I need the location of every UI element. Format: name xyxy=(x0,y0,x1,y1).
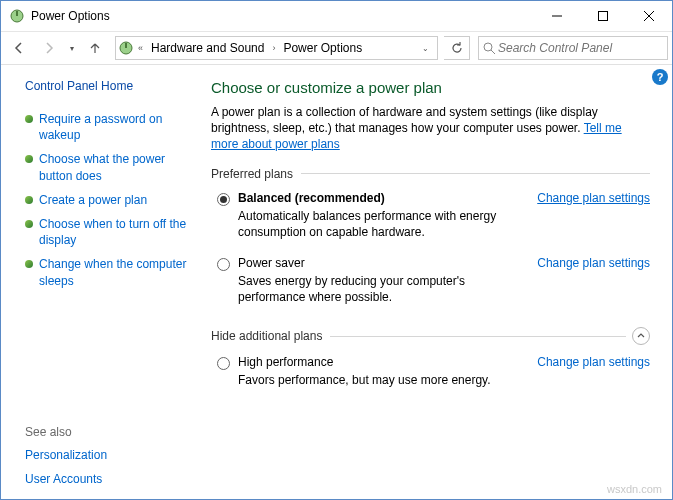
change-plan-settings-link[interactable]: Change plan settings xyxy=(537,191,650,240)
breadcrumb-item[interactable]: Hardware and Sound xyxy=(147,41,268,55)
body: Control Panel Home Require a password on… xyxy=(1,65,672,499)
change-plan-settings-link[interactable]: Change plan settings xyxy=(537,256,650,305)
preferred-plans-header: Preferred plans xyxy=(211,167,650,181)
plan-balanced: Balanced (recommended) Automatically bal… xyxy=(211,191,650,240)
minimize-button[interactable] xyxy=(534,1,580,31)
svg-rect-3 xyxy=(599,12,608,21)
collapse-icon[interactable] xyxy=(632,327,650,345)
up-button[interactable] xyxy=(81,34,109,62)
watermark: wsxdn.com xyxy=(607,483,662,495)
radio-power-saver[interactable] xyxy=(217,258,230,271)
plan-description: Automatically balances performance with … xyxy=(238,208,529,240)
page-heading: Choose or customize a power plan xyxy=(211,79,650,96)
breadcrumb-item[interactable]: Power Options xyxy=(279,41,366,55)
radio-balanced[interactable] xyxy=(217,193,230,206)
address-bar[interactable]: « Hardware and Sound › Power Options ⌄ xyxy=(115,36,438,60)
plan-high-performance: High performance Favors performance, but… xyxy=(211,355,650,388)
sidebar-link-power-button[interactable]: Choose what the power button does xyxy=(39,151,189,183)
bullet-icon xyxy=(25,196,33,204)
control-panel-home-link[interactable]: Control Panel Home xyxy=(25,79,189,93)
address-dropdown[interactable]: ⌄ xyxy=(416,44,435,53)
divider xyxy=(301,173,650,174)
refresh-button[interactable] xyxy=(444,36,470,60)
bullet-icon xyxy=(25,155,33,163)
back-button[interactable] xyxy=(5,34,33,62)
section-label: Preferred plans xyxy=(211,167,293,181)
forward-button[interactable] xyxy=(35,34,63,62)
close-button[interactable] xyxy=(626,1,672,31)
titlebar: Power Options xyxy=(1,1,672,31)
chevron-right-icon: › xyxy=(272,43,275,53)
page-description: A power plan is a collection of hardware… xyxy=(211,104,650,153)
sidebar: Control Panel Home Require a password on… xyxy=(1,65,201,499)
power-options-icon xyxy=(9,8,25,24)
maximize-button[interactable] xyxy=(580,1,626,31)
search-box[interactable] xyxy=(478,36,668,60)
main-content: ? Choose or customize a power plan A pow… xyxy=(201,65,672,499)
plan-power-saver: Power saver Saves energy by reducing you… xyxy=(211,256,650,305)
see-also-user-accounts[interactable]: User Accounts xyxy=(25,471,189,487)
section-label: Hide additional plans xyxy=(211,329,322,343)
sidebar-link-display-off[interactable]: Choose when to turn off the display xyxy=(39,216,189,248)
bullet-icon xyxy=(25,260,33,268)
search-input[interactable] xyxy=(496,40,663,56)
svg-rect-7 xyxy=(125,43,127,48)
history-dropdown[interactable]: ▾ xyxy=(65,44,79,53)
svg-point-8 xyxy=(484,43,492,51)
sidebar-link-password[interactable]: Require a password on wakeup xyxy=(39,111,189,143)
plan-name: High performance xyxy=(238,355,491,369)
divider xyxy=(330,336,626,337)
svg-line-9 xyxy=(491,50,495,54)
sidebar-link-create-plan[interactable]: Create a power plan xyxy=(39,192,147,208)
power-options-icon xyxy=(118,40,134,56)
svg-rect-1 xyxy=(16,11,18,16)
toolbar: ▾ « Hardware and Sound › Power Options ⌄ xyxy=(1,31,672,65)
description-text: A power plan is a collection of hardware… xyxy=(211,105,598,135)
window-title: Power Options xyxy=(31,9,110,23)
search-icon xyxy=(483,42,496,55)
plan-name: Power saver xyxy=(238,256,529,270)
see-also-personalization[interactable]: Personalization xyxy=(25,447,189,463)
see-also-label: See also xyxy=(25,425,189,439)
chevron-left-icon: « xyxy=(138,43,143,53)
change-plan-settings-link[interactable]: Change plan settings xyxy=(537,355,650,388)
plan-description: Favors performance, but may use more ene… xyxy=(238,372,491,388)
bullet-icon xyxy=(25,115,33,123)
additional-plans-header[interactable]: Hide additional plans xyxy=(211,327,650,345)
radio-high-performance[interactable] xyxy=(217,357,230,370)
help-icon[interactable]: ? xyxy=(652,69,668,85)
sidebar-link-sleep[interactable]: Change when the computer sleeps xyxy=(39,256,189,288)
bullet-icon xyxy=(25,220,33,228)
plan-description: Saves energy by reducing your computer's… xyxy=(238,273,529,305)
plan-name: Balanced (recommended) xyxy=(238,191,529,205)
